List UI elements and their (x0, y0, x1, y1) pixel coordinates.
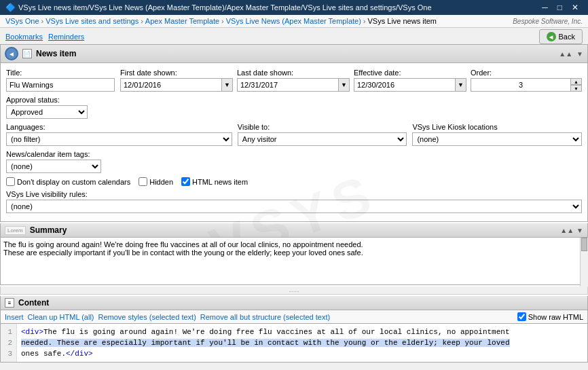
show-raw-label: Show raw HTML (528, 313, 583, 321)
expand-news-icon[interactable]: ▼ (576, 50, 583, 58)
order-spinner-group: ▲ ▼ (471, 78, 582, 92)
vis-rules-label: VSys Live visibility rules: (6, 190, 582, 198)
summary-scrollbar-thumb (581, 238, 587, 251)
summary-resize-handle[interactable]: ....... (0, 286, 588, 295)
content-title: Content (18, 298, 49, 308)
close-button[interactable]: ✕ (568, 1, 583, 14)
bookmarks-link[interactable]: Bookmarks (5, 33, 43, 41)
last-date-input[interactable] (237, 78, 339, 92)
reminders-link[interactable]: Reminders (48, 33, 84, 41)
back-button[interactable]: ◄ Back (539, 29, 583, 44)
hidden-checkbox-label[interactable]: Hidden (139, 177, 173, 186)
window-title: VSys Live news item/VSys Live News (Apex… (18, 3, 432, 12)
section-nav-icon[interactable]: ◄ (5, 47, 18, 60)
expand-summary-icon[interactable]: ▼ (576, 227, 583, 234)
news-item-section-header: ◄ 📄 News item ▲▲ ▼ (0, 44, 588, 63)
breadcrumb-sep-1: › (41, 17, 44, 25)
window-controls: ─ □ ✕ (538, 1, 583, 14)
summary-scrollbar[interactable] (580, 238, 588, 286)
summary-area (0, 238, 588, 286)
title-row: Title: First date shown: ▼ Last date sho… (6, 69, 582, 92)
hidden-checkbox[interactable] (139, 177, 147, 186)
breadcrumb-vsys-news[interactable]: VSys Live News (Apex Master Template) (226, 17, 361, 25)
app-icon: 🔷 (5, 3, 16, 12)
languages-label: Languages: (6, 123, 232, 131)
effective-date-picker-button[interactable]: ▼ (456, 78, 466, 92)
first-date-picker-button[interactable]: ▼ (222, 78, 233, 92)
show-raw-checkbox[interactable] (517, 312, 526, 321)
bespoke-logo: Bespoke Software, Inc. (513, 18, 583, 25)
languages-select[interactable]: (no filter) (6, 132, 232, 146)
show-raw-wrap: Show raw HTML (517, 312, 583, 321)
languages-col: Languages: (no filter) (6, 123, 232, 146)
effective-date-group: ▼ (354, 78, 466, 92)
order-increment-button[interactable]: ▲ (571, 78, 582, 85)
tags-select[interactable]: (none) (6, 160, 101, 173)
breadcrumb-apex[interactable]: Apex Master Template (145, 17, 219, 25)
vis-rules-select[interactable]: (none) (6, 200, 582, 213)
approval-row: Approval status: Approved Pending Denied (6, 96, 582, 119)
remove-styles-link[interactable]: Remove styles (selected text) (98, 313, 196, 321)
maximize-button[interactable]: □ (553, 1, 566, 14)
code-content[interactable]: <div>The flu is going around again! We'r… (17, 324, 587, 362)
hidden-label: Hidden (149, 178, 173, 186)
tags-row: News/calendar item tags: (none) (6, 150, 582, 173)
collapse-news-icon[interactable]: ▲▲ (559, 50, 572, 58)
breadcrumb-bar: VSys One › VSys Live sites and settings … (0, 15, 588, 28)
summary-title: Summary (30, 225, 67, 235)
line-number-3: 3 (5, 348, 12, 359)
content-section-header: ≡ Content (0, 296, 588, 310)
order-label: Order: (471, 69, 582, 77)
last-date-label: Last date shown: (237, 69, 350, 77)
approval-select[interactable]: Approved Pending Denied (6, 105, 88, 119)
html-label: HTML news item (192, 178, 248, 186)
tags-select-wrap: (none) (6, 160, 582, 173)
secondary-toolbar: Bookmarks Reminders ◄ Back (0, 28, 588, 44)
custom-cal-checkbox-label[interactable]: Don't display on custom calendars (6, 177, 130, 186)
kiosk-select[interactable]: (none) (412, 132, 582, 146)
breadcrumb-sites[interactable]: VSys Live sites and settings (45, 17, 139, 25)
last-date-group: ▼ (237, 78, 350, 92)
html-checkbox[interactable] (181, 177, 190, 186)
order-decrement-button[interactable]: ▼ (571, 85, 582, 92)
code-line-1: <div>The flu is going around again! We'r… (21, 327, 583, 337)
insert-link[interactable]: Insert (5, 313, 24, 321)
breadcrumb-sep-2: › (141, 17, 143, 25)
minimize-button[interactable]: ─ (538, 1, 552, 14)
vis-rules-row: VSys Live visibility rules: (none) (6, 190, 582, 213)
title-bar: 🔷 VSys Live news item/VSys Live News (Ap… (0, 0, 588, 15)
lorem-badge: Lorem (5, 226, 26, 235)
line-number-1: 1 (5, 327, 12, 337)
summary-textarea[interactable] (0, 238, 588, 285)
breadcrumb: VSys One › VSys Live sites and settings … (5, 17, 437, 25)
effective-date-input[interactable] (354, 78, 456, 92)
line-numbers: 1 2 3 (1, 324, 17, 362)
order-input[interactable] (471, 78, 571, 92)
kiosk-label: VSys Live Kiosk locations (412, 123, 582, 131)
last-date-picker-button[interactable]: ▼ (339, 78, 350, 92)
visible-col: Visible to: Any visitor (238, 123, 407, 146)
order-spinner-buttons: ▲ ▼ (571, 78, 582, 92)
first-date-input[interactable] (120, 78, 222, 92)
html-checkbox-label[interactable]: HTML news item (181, 177, 248, 186)
first-date-label: First date shown: (120, 69, 233, 77)
back-icon: ◄ (547, 32, 556, 41)
effective-date-label: Effective date: (354, 69, 466, 77)
title-input[interactable] (6, 78, 115, 92)
line-number-2: 2 (5, 337, 12, 348)
content-toolbar: Insert Clean up HTML (all) Remove styles… (0, 310, 588, 324)
visible-label: Visible to: (238, 123, 407, 131)
visible-select[interactable]: Any visitor (238, 132, 407, 146)
custom-cal-label: Don't display on custom calendars (17, 178, 130, 186)
clean-html-link[interactable]: Clean up HTML (all) (28, 313, 94, 321)
code-line-2: needed. These are especially important i… (21, 337, 583, 348)
collapse-summary-icon[interactable]: ▲▲ (560, 227, 574, 234)
lang-visible-kiosk-row: Languages: (no filter) Visible to: Any v… (6, 123, 582, 146)
news-item-form: Title: First date shown: ▼ Last date sho… (0, 63, 588, 222)
news-section-icon: 📄 (22, 49, 32, 58)
remove-structure-link[interactable]: Remove all but structure (selected text) (200, 313, 330, 321)
code-editor: 1 2 3 <div>The flu is going around again… (0, 324, 588, 363)
custom-cal-checkbox[interactable] (6, 177, 15, 186)
breadcrumb-vsys-one[interactable]: VSys One (5, 17, 39, 25)
code-line-3: ones safe.</div> (21, 348, 583, 359)
